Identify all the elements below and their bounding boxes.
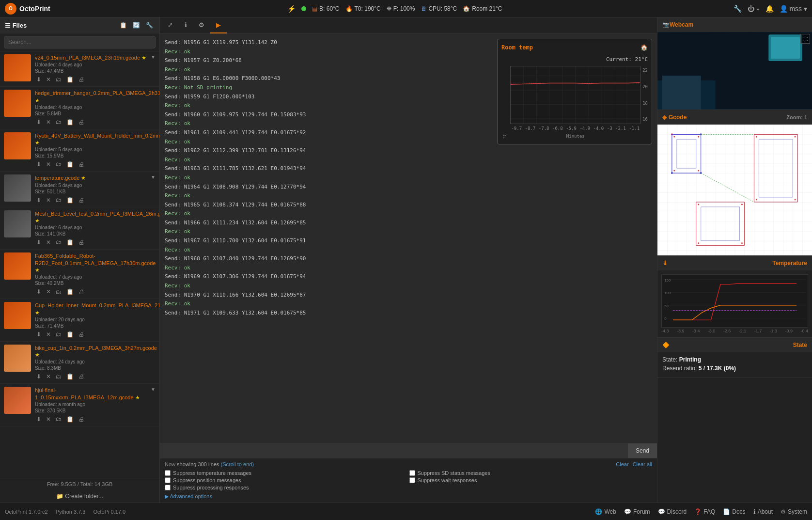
file-size: Size: 5.8MB — [35, 111, 159, 116]
expand-arrow[interactable]: ▼ — [151, 174, 156, 180]
move-file-btn[interactable]: 🗂 — [54, 196, 63, 204]
suppress-proc-checkbox[interactable]: Suppress processing responses — [165, 485, 408, 490]
file-size: Size: 71.4MB — [35, 323, 159, 329]
copy-file-btn[interactable]: 📋 — [65, 76, 75, 83]
move-file-btn[interactable]: 🗂 — [54, 373, 63, 380]
copy-file-btn[interactable]: 📋 — [65, 160, 75, 168]
copy-file-btn[interactable]: 📋 — [65, 118, 75, 126]
discord-link[interactable]: 💬 Discord — [658, 508, 687, 515]
download-file-btn[interactable]: ⬇ — [35, 288, 43, 296]
copy-file-btn[interactable]: 📋 — [65, 238, 75, 246]
download-file-btn[interactable]: ⬇ — [35, 373, 43, 380]
print-file-btn[interactable]: 🖨 — [77, 415, 86, 423]
move-file-btn[interactable]: 🗂 — [54, 238, 63, 246]
refresh-button[interactable]: 🔄 — [131, 21, 141, 29]
clear-all-button[interactable]: Clear all — [633, 461, 652, 467]
move-file-btn[interactable]: 🗂 — [54, 160, 63, 168]
print-file-btn[interactable]: 🖨 — [77, 76, 86, 83]
print-file-btn[interactable]: 🖨 — [77, 331, 86, 338]
move-file-btn[interactable]: 🗂 — [54, 331, 63, 338]
move-file-btn[interactable]: 🗂 — [54, 288, 63, 296]
copy-file-btn[interactable]: 📋 — [65, 196, 75, 204]
state-header: 🔶 State — [657, 338, 812, 352]
app-logo[interactable]: O OctoPrint — [5, 3, 50, 15]
delete-file-btn[interactable]: ✕ — [45, 196, 52, 204]
file-size: Size: 370.5KB — [35, 408, 147, 413]
print-file-btn[interactable]: 🖨 — [77, 373, 86, 380]
suppress-temp-checkbox[interactable]: Suppress temperature messages — [165, 470, 408, 476]
about-link[interactable]: ℹ About — [753, 508, 773, 515]
suppress-proc-input[interactable] — [165, 485, 171, 490]
suppress-sd-input[interactable] — [409, 470, 415, 476]
terminal-output[interactable]: Send: N1956 G1 X119.975 Y131.142 Z0 Recv… — [160, 34, 657, 443]
print-file-btn[interactable]: 🖨 — [77, 160, 86, 168]
delete-file-btn[interactable]: ✕ — [45, 415, 52, 423]
tab-expand[interactable]: ⤢ — [162, 17, 179, 33]
download-file-btn[interactable]: ⬇ — [35, 118, 43, 126]
copy-file-btn[interactable]: 📋 — [65, 288, 75, 296]
move-file-btn[interactable]: 🗂 — [54, 118, 63, 126]
download-file-btn[interactable]: ⬇ — [35, 238, 43, 246]
power-button[interactable]: ⏻ ▾ — [748, 5, 760, 13]
file-info: Cup_Holder_Inner_Mount_0.2mm_PLA_I3MEGA_… — [35, 302, 159, 338]
settings-button[interactable]: 🔧 — [144, 21, 155, 29]
print-file-btn[interactable]: 🖨 — [77, 238, 86, 246]
webcam-header: 📷 Webcam — [657, 17, 812, 32]
tab-console[interactable]: ▶ — [210, 17, 227, 33]
suppress-wait-checkbox[interactable]: Suppress wait responses — [409, 477, 653, 483]
suppress-wait-input[interactable] — [409, 477, 415, 483]
webcam-fullscreen-button[interactable]: ⛶ — [800, 34, 810, 44]
advanced-options-toggle[interactable]: ▶ Advanced options — [165, 493, 652, 500]
create-folder-button[interactable]: 📁 Create folder... — [0, 490, 159, 503]
copy-file-btn[interactable]: 📋 — [65, 331, 75, 338]
terminal-command-input[interactable] — [160, 443, 628, 458]
file-size: Size: 8.3MB — [35, 365, 157, 371]
download-file-btn[interactable]: ⬇ — [35, 415, 43, 423]
download-file-btn[interactable]: ⬇ — [35, 331, 43, 338]
suppress-pos-checkbox[interactable]: Suppress position messages — [165, 477, 408, 483]
expand-arrow[interactable]: ▼ — [151, 54, 156, 60]
suppress-sd-checkbox[interactable]: Suppress SD status messages — [409, 470, 653, 476]
forum-link[interactable]: 💬 Forum — [624, 508, 650, 515]
terminal-line: Send: N1967 G1 X110.700 Y132.604 E0.0167… — [165, 236, 652, 245]
delete-file-btn[interactable]: ✕ — [45, 118, 52, 126]
delete-file-btn[interactable]: ✕ — [45, 76, 52, 83]
delete-file-btn[interactable]: ✕ — [45, 331, 52, 338]
suppress-pos-input[interactable] — [165, 477, 171, 483]
delete-file-btn[interactable]: ✕ — [45, 373, 52, 380]
user-menu[interactable]: 👤 mss ▾ — [780, 5, 807, 13]
delete-file-btn[interactable]: ✕ — [45, 288, 52, 296]
print-file-btn[interactable]: 🖨 — [77, 118, 86, 126]
clear-button[interactable]: Clear — [616, 461, 628, 467]
tab-info[interactable]: ℹ — [179, 17, 193, 33]
gcode-header: ◈ Gcode Zoom: 1 — [657, 110, 812, 125]
wrench-icon[interactable]: 🔧 — [734, 5, 742, 13]
terminal-footer-top: Now showing 300 lines (Scroll to end) Cl… — [165, 461, 652, 467]
upload-button[interactable]: 📋 — [118, 21, 128, 29]
delete-file-btn[interactable]: ✕ — [45, 238, 52, 246]
download-file-btn[interactable]: ⬇ — [35, 160, 43, 168]
print-file-btn[interactable]: 🖨 — [77, 288, 86, 296]
delete-file-btn[interactable]: ✕ — [45, 160, 52, 168]
search-input[interactable] — [4, 36, 156, 48]
faq-link[interactable]: ❓ FAQ — [694, 508, 715, 515]
terminal-send-button[interactable]: Send — [628, 443, 657, 458]
gcode-viewer[interactable] — [657, 125, 812, 255]
file-thumbnail — [4, 174, 31, 202]
move-file-btn[interactable]: 🗂 — [54, 76, 63, 83]
system-link[interactable]: ⚙ System — [781, 508, 807, 515]
svg-point-31 — [673, 170, 675, 172]
download-file-btn[interactable]: ⬇ — [35, 196, 43, 204]
download-file-btn[interactable]: ⬇ — [35, 76, 43, 83]
system-icon: ⚙ — [781, 508, 786, 515]
web-link[interactable]: 🌐 Web — [595, 508, 616, 515]
bell-icon[interactable]: 🔔 — [765, 5, 774, 13]
move-file-btn[interactable]: 🗂 — [54, 415, 63, 423]
suppress-temp-input[interactable] — [165, 470, 171, 476]
print-file-btn[interactable]: 🖨 — [77, 196, 86, 204]
docs-link[interactable]: 📄 Docs — [723, 508, 745, 515]
expand-arrow[interactable]: ▼ — [151, 387, 156, 392]
copy-file-btn[interactable]: 📋 — [65, 415, 75, 423]
copy-file-btn[interactable]: 📋 — [65, 373, 75, 380]
tab-settings[interactable]: ⚙ — [193, 17, 210, 33]
